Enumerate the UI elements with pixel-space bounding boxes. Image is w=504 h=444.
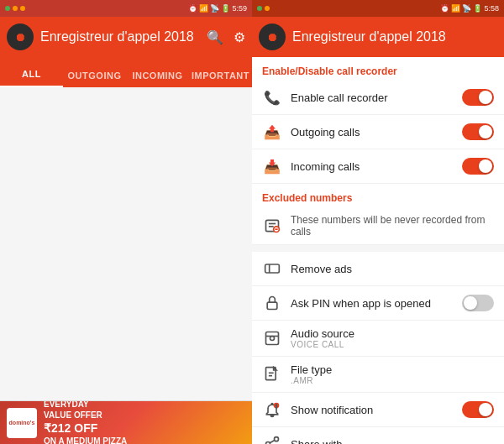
- right-app-title: Enregistreur d'appel 2018: [292, 29, 497, 44]
- settings-remove-ads[interactable]: Remove ads: [252, 252, 504, 286]
- settings-icon[interactable]: ⚙: [234, 29, 245, 45]
- tab-all[interactable]: ALL: [0, 69, 63, 87]
- incoming-calls-toggle[interactable]: [462, 158, 494, 175]
- right-status-bar: ⏰ 📶 📡 🔋 5:58: [252, 0, 504, 17]
- file-type-icon: [262, 364, 282, 384]
- battery-icon: 🔋: [221, 4, 230, 13]
- enable-recorder-label: Enable call recorder: [291, 91, 454, 104]
- section-title-enable: Enable/Disable call recorder: [252, 57, 504, 81]
- svg-line-20: [270, 440, 275, 442]
- ad-logo: domino's: [7, 408, 37, 438]
- ad-line4: ON A MEDIUM PIZZA: [44, 436, 127, 444]
- dot-orange: [13, 6, 18, 11]
- show-notification-text: Show notification: [291, 404, 454, 416]
- enable-recorder-toggle[interactable]: [462, 89, 494, 106]
- incoming-calls-label: Incoming calls: [291, 160, 454, 173]
- left-status-bar: ⏰ 📶 📡 🔋 5:59: [0, 0, 252, 17]
- svg-rect-7: [267, 302, 277, 309]
- ask-pin-toggle[interactable]: [462, 295, 494, 311]
- enable-recorder-text: Enable call recorder: [291, 91, 454, 104]
- search-icon[interactable]: 🔍: [207, 29, 223, 45]
- settings-show-notification[interactable]: ! Show notification: [252, 393, 504, 427]
- ad-bar[interactable]: domino's EVERYDAY VALUE OFFER ₹212 OFF O…: [0, 400, 252, 444]
- incoming-calls-icon: 📥: [262, 156, 282, 176]
- section-separator-1: [252, 245, 504, 252]
- ad-line1: EVERYDAY: [44, 400, 127, 410]
- svg-rect-8: [266, 332, 279, 345]
- ad-text: EVERYDAY VALUE OFFER ₹212 OFF ON A MEDIU…: [44, 400, 127, 444]
- section-title-excluded: Excluded numbers: [252, 184, 504, 207]
- left-panel: ⏰ 📶 📡 🔋 5:59 ⏺ Enregistreur d'appel 2018…: [0, 0, 252, 444]
- excluded-numbers-icon: [262, 216, 282, 236]
- app-icon: ⏺: [7, 24, 34, 50]
- remove-ads-text: Remove ads: [291, 263, 494, 275]
- remove-ads-icon: [262, 259, 282, 279]
- wifi-icon: 📡: [210, 4, 219, 13]
- svg-point-16: [275, 437, 279, 441]
- outgoing-calls-toggle[interactable]: [462, 123, 494, 140]
- show-notification-toggle[interactable]: [462, 401, 494, 418]
- settings-ask-pin[interactable]: Ask PIN when app is opened: [252, 286, 504, 321]
- show-notification-label: Show notification: [291, 404, 454, 416]
- settings-outgoing-calls[interactable]: 📤 Outgoing calls: [252, 115, 504, 149]
- settings-excluded-numbers[interactable]: These numbers will be never recorded fro…: [252, 207, 504, 245]
- ad-content: domino's EVERYDAY VALUE OFFER ₹212 OFF O…: [0, 401, 252, 444]
- ask-pin-icon: [262, 293, 282, 313]
- right-dot-orange: [265, 6, 270, 11]
- tabs-bar: ALL OUTGOING INCOMING IMPORTANT: [0, 57, 252, 87]
- right-app-header: ⏺ Enregistreur d'appel 2018: [252, 17, 504, 57]
- settings-enable-recorder[interactable]: 📞 Enable call recorder: [252, 81, 504, 115]
- file-type-label: File type: [291, 363, 494, 376]
- ask-pin-label: Ask PIN when app is opened: [291, 297, 454, 310]
- audio-source-text: Audio source VOICE CALL: [291, 327, 494, 349]
- dot-green: [5, 6, 10, 11]
- settings-content: Enable/Disable call recorder 📞 Enable ca…: [252, 57, 504, 444]
- right-record-icon: ⏺: [266, 30, 278, 44]
- tab-incoming[interactable]: INCOMING: [126, 71, 189, 87]
- ask-pin-text: Ask PIN when app is opened: [291, 297, 454, 310]
- tab-outgoing[interactable]: OUTGOING: [63, 71, 126, 87]
- left-header-icons: 🔍 ⚙: [207, 29, 245, 45]
- right-panel: ⏰ 📶 📡 🔋 5:58 ⏺ Enregistreur d'appel 2018…: [252, 0, 504, 444]
- audio-source-sublabel: VOICE CALL: [291, 340, 494, 349]
- left-app-header: ⏺ Enregistreur d'appel 2018 🔍 ⚙: [0, 17, 252, 57]
- right-wifi-icon: 📡: [462, 4, 471, 13]
- alarm-icon: ⏰: [188, 4, 197, 13]
- audio-source-label: Audio source: [291, 327, 494, 340]
- show-notification-icon: !: [262, 400, 282, 420]
- right-alarm-icon: ⏰: [440, 4, 449, 13]
- left-status-right: ⏰ 📶 📡 🔋 5:59: [188, 4, 247, 13]
- ad-line2: VALUE OFFER: [44, 410, 127, 420]
- dot-orange2: [20, 6, 25, 11]
- left-time: 5:59: [232, 4, 247, 13]
- audio-source-icon: [262, 328, 282, 348]
- enable-recorder-icon: 📞: [262, 87, 282, 107]
- ad-line3: ₹212 OFF: [44, 420, 127, 436]
- ad-logo-text: domino's: [9, 420, 35, 426]
- right-time: 5:58: [484, 4, 499, 13]
- left-app-title: Enregistreur d'appel 2018: [40, 29, 200, 44]
- right-status-right: ⏰ 📶 📡 🔋 5:58: [440, 4, 499, 13]
- svg-rect-5: [265, 264, 280, 273]
- share-with-icon: [262, 434, 282, 444]
- outgoing-calls-icon: 📤: [262, 122, 282, 142]
- signal-icon: 📶: [199, 4, 208, 13]
- incoming-calls-text: Incoming calls: [291, 160, 454, 173]
- settings-audio-source[interactable]: Audio source VOICE CALL: [252, 321, 504, 357]
- right-signal-icon: 📶: [451, 4, 460, 13]
- outgoing-calls-label: Outgoing calls: [291, 126, 454, 138]
- settings-file-type[interactable]: File type .amr: [252, 357, 504, 393]
- right-app-icon: ⏺: [259, 24, 286, 50]
- status-bar-left-icons: [5, 6, 25, 11]
- right-dot-green: [257, 6, 262, 11]
- tab-important[interactable]: IMPORTANT: [189, 71, 252, 87]
- excluded-numbers-label: These numbers will be never recorded fro…: [291, 214, 494, 238]
- settings-incoming-calls[interactable]: 📥 Incoming calls: [252, 149, 504, 184]
- left-main-content: [0, 87, 252, 400]
- file-type-sublabel: .amr: [291, 376, 494, 385]
- file-type-text: File type .amr: [291, 363, 494, 385]
- record-icon: ⏺: [14, 30, 26, 44]
- share-with-text: Share with: [291, 438, 494, 445]
- settings-share-with[interactable]: Share with: [252, 427, 504, 444]
- share-with-label: Share with: [291, 438, 494, 445]
